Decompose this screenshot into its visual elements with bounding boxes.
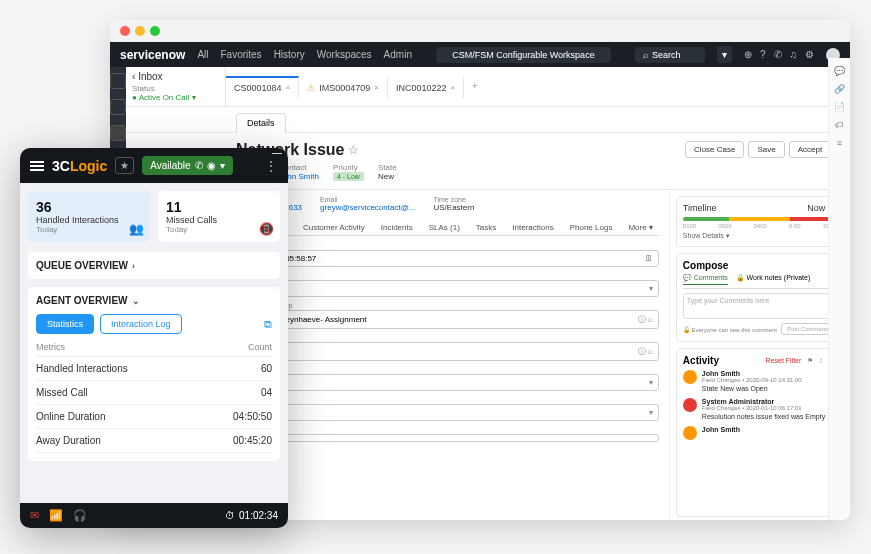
info-icon[interactable]: ⓘ xyxy=(638,315,646,324)
compose-textarea[interactable]: Type your Comments here xyxy=(683,293,836,319)
bell-icon[interactable]: ♫ xyxy=(790,49,798,60)
activity-note: State New was Open xyxy=(702,385,802,392)
external-link-icon[interactable]: ⧉ xyxy=(264,318,272,331)
state-field[interactable]: New▾ xyxy=(236,374,659,391)
filter-icon[interactable]: ⚑ xyxy=(807,357,813,365)
headset-icon[interactable]: 🎧 xyxy=(73,509,87,522)
voicemail-icon[interactable]: ✉ xyxy=(30,509,39,522)
cat-field[interactable]: Software▾ xyxy=(236,404,659,421)
tag-icon[interactable]: 🏷 xyxy=(835,120,844,130)
doc-icon[interactable]: 📄 xyxy=(834,102,845,112)
nav-favorites[interactable]: Favorites xyxy=(221,49,262,60)
save-button[interactable]: Save xyxy=(748,141,784,158)
nav-history[interactable]: History xyxy=(274,49,305,60)
reset-filter-link[interactable]: Reset Filter xyxy=(766,357,802,365)
compose-tab-worknotes[interactable]: 🔒 Work notes (Private) xyxy=(736,274,811,285)
subtab-incidents[interactable]: Incidents xyxy=(375,220,419,235)
help-icon[interactable]: ? xyxy=(760,49,766,60)
priority-badge: 4 - Low xyxy=(333,172,364,181)
search-icon[interactable]: ⌕ xyxy=(648,347,653,356)
email-value[interactable]: greyw@servicecontact@... xyxy=(320,203,415,212)
status-value[interactable]: ● Active On Call ▾ xyxy=(132,93,219,102)
form-fields: Opened2020-01-10 05:58:57🗓 Priority4 - L… xyxy=(236,242,659,442)
nav-workspaces[interactable]: Workspaces xyxy=(317,49,372,60)
tab-cs0001084[interactable]: CS0001084× xyxy=(226,76,299,98)
avatar-icon xyxy=(683,426,697,440)
close-icon[interactable]: × xyxy=(450,83,455,92)
handled-card[interactable]: 36 Handled Interactions Today 👥 xyxy=(28,191,150,242)
details-tab[interactable]: Details xyxy=(236,113,286,133)
3clogic-logo: 3CLogic xyxy=(52,158,107,174)
close-case-button[interactable]: Close Case xyxy=(685,141,744,158)
close-icon[interactable]: × xyxy=(286,83,291,92)
minimize-icon[interactable]: — xyxy=(272,148,282,158)
globe-icon[interactable]: ⊕ xyxy=(744,49,752,60)
calendar-icon[interactable]: 🗓 xyxy=(645,254,653,263)
subtab-tasks[interactable]: Tasks xyxy=(470,220,502,235)
compose-tab-comments[interactable]: 💬 Comments xyxy=(683,274,728,285)
chat-icon[interactable]: 💬 xyxy=(834,66,845,76)
email-label: Email xyxy=(320,196,415,203)
session-timer: ⏱01:02:34 xyxy=(225,510,278,521)
inbox-label: Inbox xyxy=(138,71,162,82)
statistics-tab[interactable]: Statistics xyxy=(36,314,94,334)
chevron-down-icon[interactable]: ⌄ xyxy=(132,296,140,306)
info-icon[interactable]: ⓘ xyxy=(638,347,646,356)
interaction-log-tab[interactable]: Interaction Log xyxy=(100,314,182,334)
rail-list-icon[interactable] xyxy=(110,99,126,115)
priority-field[interactable]: 4 - Low▾ xyxy=(236,280,659,297)
search-dropdown-icon[interactable]: ▾ xyxy=(717,46,732,63)
subtab-phone-logs[interactable]: Phone Logs xyxy=(564,220,619,235)
show-details-link[interactable]: Show Details ▾ xyxy=(683,232,836,240)
more-menu-icon[interactable]: ⋮ xyxy=(264,158,278,174)
tz-label: Time zone xyxy=(433,196,474,203)
chevron-down-icon[interactable]: ▾ xyxy=(649,378,653,387)
workspace-title[interactable]: CSM/FSM Configurable Workspace xyxy=(436,47,610,63)
record-tabs: CS0001084× ⚠IMS0004709× INC0010222× + xyxy=(226,76,850,98)
list-icon[interactable]: ≡ xyxy=(837,138,842,148)
availability-button[interactable]: Available✆◉▾ xyxy=(142,156,232,175)
loc-field[interactable] xyxy=(236,434,659,442)
accept-button[interactable]: Accept xyxy=(789,141,831,158)
hamburger-icon[interactable] xyxy=(30,161,44,171)
subtab-slas[interactable]: SLAs (1) xyxy=(423,220,466,235)
close-icon[interactable]: × xyxy=(374,83,379,92)
stats-icon[interactable]: 📶 xyxy=(49,509,63,522)
metrics-table: MetricsCount Handled Interactions60 Miss… xyxy=(36,342,272,453)
global-search[interactable]: ⌕Search xyxy=(635,47,705,63)
attach-icon[interactable]: 🔗 xyxy=(834,84,845,94)
star-button[interactable]: ★ xyxy=(115,157,134,174)
chevron-left-icon[interactable]: ‹ xyxy=(132,71,135,82)
ag-field[interactable]: Guillaume Seynhaeve- Assignmentⓘ ⌕ xyxy=(236,310,659,329)
tab-inc[interactable]: INC0010222× xyxy=(388,76,464,98)
minimize-window-icon[interactable] xyxy=(135,26,145,36)
star-icon[interactable]: ☆ xyxy=(348,143,359,157)
rail-inbox-icon[interactable] xyxy=(110,125,126,141)
details-tab-row: Details xyxy=(126,107,850,133)
subtab-activity[interactable]: Customer Activity xyxy=(297,220,371,235)
close-window-icon[interactable] xyxy=(120,26,130,36)
chevron-down-icon[interactable]: ▾ xyxy=(649,408,653,417)
rail-home-icon[interactable] xyxy=(110,73,126,89)
new-tab-button[interactable]: + xyxy=(464,76,485,98)
priority-label: Priority xyxy=(236,272,659,279)
nav-admin[interactable]: Admin xyxy=(384,49,412,60)
queue-overview-section[interactable]: QUEUE OVERVIEW› xyxy=(28,252,280,279)
at-field[interactable]: John Smithⓘ ⌕ xyxy=(236,342,659,361)
state-label: State xyxy=(236,366,659,373)
nav-all[interactable]: All xyxy=(197,49,208,60)
missed-card[interactable]: 11 Missed Calls Today 📵 xyxy=(158,191,280,242)
status-label: Status xyxy=(132,84,219,93)
phone-icon[interactable]: ✆ xyxy=(774,49,782,60)
maximize-window-icon[interactable] xyxy=(150,26,160,36)
chevron-down-icon[interactable]: ▾ xyxy=(649,284,653,293)
search-label: Search xyxy=(652,50,681,60)
subtab-interactions[interactable]: Interactions xyxy=(506,220,559,235)
tab-ims[interactable]: ⚠IMS0004709× xyxy=(299,76,388,98)
opened-field[interactable]: 2020-01-10 05:58:57🗓 xyxy=(236,250,659,267)
sort-icon[interactable]: ↕ xyxy=(819,357,823,365)
subtab-more[interactable]: More ▾ xyxy=(622,220,658,235)
gear-icon[interactable]: ⚙ xyxy=(805,49,814,60)
search-icon[interactable]: ⌕ xyxy=(648,315,653,324)
middle-column: TimelineNow ⟳ 0100050004000:001000 Show … xyxy=(669,190,849,520)
